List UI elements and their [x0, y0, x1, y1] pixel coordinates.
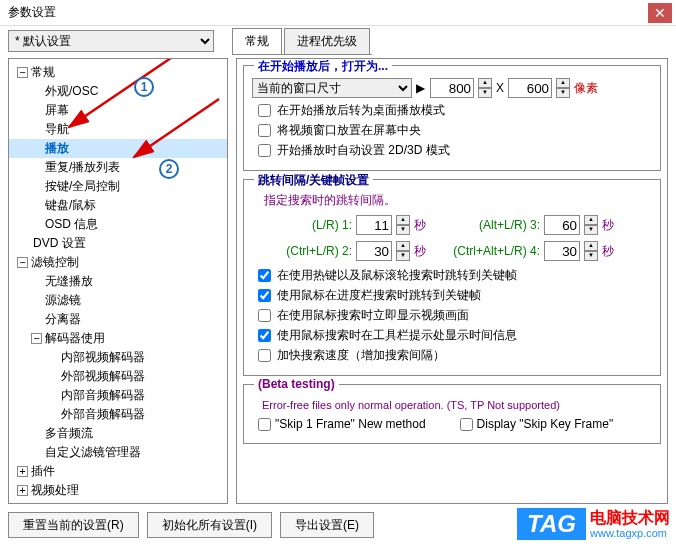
- tree-general[interactable]: −常规: [9, 63, 227, 82]
- tree-appearance[interactable]: 外观/OSC: [9, 82, 227, 101]
- pixel-label: 像素: [574, 80, 598, 97]
- x-label: X: [496, 81, 504, 95]
- cb-mouse-show-frame[interactable]: [258, 309, 271, 322]
- tree-playback[interactable]: 播放: [9, 139, 227, 158]
- width-up[interactable]: ▲: [478, 78, 492, 88]
- lbl-altlr3: (Alt+L/R) 3:: [430, 218, 540, 232]
- cb-display-skip-keyframe[interactable]: [460, 418, 473, 431]
- width-down[interactable]: ▼: [478, 88, 492, 98]
- tree-navigation[interactable]: 导航: [9, 120, 227, 139]
- tree-audio-proc[interactable]: +音频处理: [9, 500, 227, 504]
- reset-current-button[interactable]: 重置当前的设置(R): [8, 512, 139, 538]
- width-input[interactable]: [430, 78, 474, 98]
- tab-priority[interactable]: 进程优先级: [284, 28, 370, 54]
- window-size-mode-select[interactable]: 当前的窗口尺寸: [252, 78, 412, 98]
- tab-general[interactable]: 常规: [232, 28, 282, 54]
- tree-plugins[interactable]: +插件: [9, 462, 227, 481]
- preset-select[interactable]: * 默认设置: [8, 30, 214, 52]
- height-input[interactable]: [508, 78, 552, 98]
- cb-skip1frame[interactable]: [258, 418, 271, 431]
- tree-custom-filter-manager[interactable]: 自定义滤镜管理器: [9, 443, 227, 462]
- tree-decoder-use[interactable]: −解码器使用: [9, 329, 227, 348]
- cb-hotkey-keyframe[interactable]: [258, 269, 271, 282]
- group-title-beta: (Beta testing): [254, 377, 339, 391]
- annotation-badge-2: 2: [159, 159, 179, 179]
- tree-screen[interactable]: 屏幕: [9, 101, 227, 120]
- tree-external-audio-decoder[interactable]: 外部音频解码器: [9, 405, 227, 424]
- skip-lr1-input[interactable]: [356, 215, 392, 235]
- skip-ctrllr2-input[interactable]: [356, 241, 392, 261]
- export-settings-button[interactable]: 导出设置(E): [280, 512, 374, 538]
- tree-multi-audio[interactable]: 多音频流: [9, 424, 227, 443]
- tree-splitter[interactable]: 分离器: [9, 310, 227, 329]
- watermark-cn: 电脑技术网: [590, 509, 670, 527]
- tree-external-video-decoder[interactable]: 外部视频解码器: [9, 367, 227, 386]
- skip-desc: 指定搜索时的跳转间隔。: [252, 192, 652, 209]
- tree-osd[interactable]: OSD 信息: [9, 215, 227, 234]
- watermark: TAG 电脑技术网 www.tagxp.com: [517, 508, 670, 540]
- tree-filter-control[interactable]: −滤镜控制: [9, 253, 227, 272]
- tree-seamless[interactable]: 无缝播放: [9, 272, 227, 291]
- beta-desc: Error-free files only normal operation. …: [252, 399, 652, 411]
- collapse-icon[interactable]: −: [17, 67, 28, 78]
- tree-keyboard-mouse[interactable]: 键盘/鼠标: [9, 196, 227, 215]
- init-all-button[interactable]: 初始化所有设置(I): [147, 512, 272, 538]
- tree-keys-global[interactable]: 按键/全局控制: [9, 177, 227, 196]
- expand-icon[interactable]: +: [17, 485, 28, 496]
- tree-source-filter[interactable]: 源滤镜: [9, 291, 227, 310]
- cb-center-window[interactable]: [258, 124, 271, 137]
- cb-auto-2d3d[interactable]: [258, 144, 271, 157]
- lbl-ctrlaltlr4: (Ctrl+Alt+L/R) 4:: [430, 244, 540, 258]
- expand-icon[interactable]: +: [17, 466, 28, 477]
- tree-internal-audio-decoder[interactable]: 内部音频解码器: [9, 386, 227, 405]
- watermark-url: www.tagxp.com: [590, 527, 670, 539]
- annotation-badge-1: 1: [134, 77, 154, 97]
- skip-ctrlaltlr4-input[interactable]: [544, 241, 580, 261]
- group-title-open-as: 在开始播放后，打开为...: [254, 58, 392, 75]
- tree-internal-video-decoder[interactable]: 内部视频解码器: [9, 348, 227, 367]
- collapse-icon[interactable]: −: [17, 257, 28, 268]
- cb-desktop-mode[interactable]: [258, 104, 271, 117]
- settings-tree[interactable]: 1 2 −常规 外观/OSC 屏幕 导航 播放 重复/播放列表 按键/全局控制 …: [8, 58, 228, 504]
- content-panel: 在开始播放后，打开为... 当前的窗口尺寸 ▶ ▲▼ X ▲▼ 像素 在开始播放…: [236, 58, 668, 504]
- close-button[interactable]: ✕: [648, 3, 672, 23]
- tree-video-proc[interactable]: +视频处理: [9, 481, 227, 500]
- height-up[interactable]: ▲: [556, 78, 570, 88]
- lbl-ctrllr2: (Ctrl+L/R) 2:: [272, 244, 352, 258]
- height-down[interactable]: ▼: [556, 88, 570, 98]
- tree-repeat-playlist[interactable]: 重复/播放列表: [9, 158, 227, 177]
- tree-dvd[interactable]: DVD 设置: [9, 234, 227, 253]
- lbl-lr1: (L/R) 1:: [272, 218, 352, 232]
- window-title: 参数设置: [4, 4, 648, 21]
- group-title-skip: 跳转间隔/关键帧设置: [254, 172, 373, 189]
- cb-fast-seek[interactable]: [258, 349, 271, 362]
- tag-badge: TAG: [517, 508, 586, 540]
- collapse-icon[interactable]: −: [31, 333, 42, 344]
- cb-toolbar-time-tip[interactable]: [258, 329, 271, 342]
- skip-altlr3-input[interactable]: [544, 215, 580, 235]
- cb-mouse-progress-keyframe[interactable]: [258, 289, 271, 302]
